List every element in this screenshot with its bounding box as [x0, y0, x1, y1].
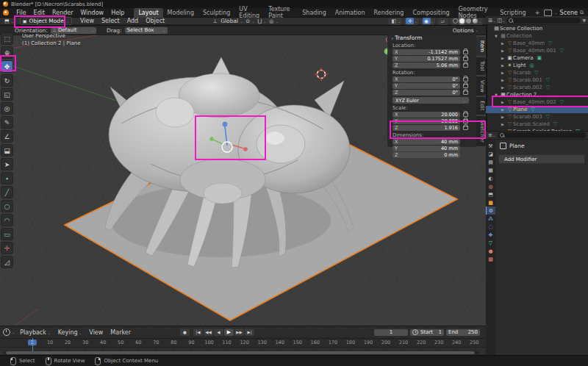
annotate-tool[interactable]: ✎ [1, 116, 13, 129]
snap-toggle[interactable]: ⋃⌄ [256, 18, 268, 24]
properties-tab-constraints[interactable]: ✥ [486, 231, 495, 239]
unlock-icon[interactable] [463, 77, 468, 82]
current-frame-field[interactable]: 1 [374, 329, 408, 336]
dimensions-x-field[interactable]: X40 mm [392, 139, 460, 145]
npanel-tab-edit[interactable]: Edit [476, 97, 486, 115]
draw-arc-tool[interactable]: ◠ [1, 214, 13, 226]
rotation-x-field[interactable]: X0° [392, 76, 460, 82]
editor-type-button[interactable]: ⬒⌄ [1, 18, 17, 24]
transform-tool[interactable]: ◎ [1, 102, 13, 115]
timeline-menu-view[interactable]: View [85, 329, 107, 336]
outliner-row-collection[interactable]: ▼▦Collection [486, 32, 588, 40]
location-z-field[interactable]: Z5.06 mm [392, 62, 460, 68]
properties-tab-particles[interactable]: ⁂ [486, 215, 495, 223]
expand-icon[interactable]: ▶ [501, 100, 506, 104]
show-gizmo-toggle[interactable]: ✛⌄ [404, 18, 418, 25]
unlock-icon[interactable] [463, 126, 468, 130]
menu-help[interactable]: Help [107, 10, 128, 16]
outliner-row-scarab-002[interactable]: ▶▽Scarab.002▽ [486, 84, 588, 91]
expand-icon[interactable]: ▶ [501, 85, 506, 90]
viewport-menu-object[interactable]: Object [142, 18, 168, 24]
pin-tool[interactable]: ✛ [1, 242, 13, 254]
scale-tool[interactable]: ◱ [1, 88, 13, 101]
frame-end-field[interactable]: End250 [446, 329, 480, 336]
mode-dropdown[interactable]: ▣ Object Mode ⌄ [20, 17, 72, 25]
rotate-tool[interactable]: ↻ [1, 74, 13, 87]
outliner-row-scarab[interactable]: ▶▽Scarab▽ [486, 69, 588, 76]
jump-to-start-button[interactable]: |◀ [193, 329, 203, 336]
properties-tab-tool[interactable]: ⚒ [486, 142, 495, 150]
rotation-z-field[interactable]: Z0° [392, 90, 460, 96]
proportional-edit-toggle[interactable]: ◎⌄ [268, 18, 279, 24]
properties-tab-scene[interactable]: ◐ [486, 174, 495, 182]
expand-icon[interactable]: ▶ [501, 78, 506, 82]
new-scene-icon[interactable]: ⧉ [580, 10, 584, 15]
expand-icon[interactable]: ▶ [501, 107, 506, 112]
unlock-icon[interactable] [463, 112, 468, 117]
properties-tab-object-data[interactable]: ▽ [486, 239, 495, 247]
rotation-mode-dropdown[interactable]: XYZ Euler⌄ [392, 97, 469, 104]
properties-tab-output[interactable]: ▤ [486, 158, 495, 166]
workspace-tab-modeling[interactable]: Modeling [163, 8, 198, 18]
menu-window[interactable]: Window [77, 10, 108, 16]
dimensions-z-field[interactable]: Z0 mm [392, 152, 460, 158]
rotation-y-field[interactable]: Y0° [392, 83, 460, 89]
unlock-icon[interactable] [463, 90, 468, 95]
move-tool[interactable]: ✥ [1, 60, 13, 73]
expand-icon[interactable]: ▶ [501, 71, 506, 75]
outliner-row-plane[interactable]: ▶▽Plane▽ [486, 106, 588, 113]
timeline-ruler[interactable]: 1102030405060708090100110120130140150160… [0, 338, 486, 347]
add-modifier-button[interactable]: Add Modifier [498, 154, 585, 164]
workspace-tab-sculpting[interactable]: Sculpting [198, 8, 234, 18]
expand-icon[interactable]: ▶ [501, 122, 506, 126]
transform-panel-header[interactable]: ∨ Transform [391, 35, 474, 41]
scene-selector[interactable]: ⌄ Scene ⧉ [544, 10, 588, 16]
timeline-scrollbar[interactable] [4, 351, 478, 354]
scrollbar-thumb[interactable] [6, 351, 475, 354]
blender-logo-icon[interactable] [3, 10, 9, 15]
properties-tab-view-layer[interactable]: ▦ [486, 166, 495, 174]
measure-tool[interactable]: ∠ [1, 130, 13, 143]
expand-icon[interactable]: ▶ [501, 49, 506, 53]
material-shading-icon[interactable] [466, 18, 471, 24]
dimensions-y-field[interactable]: Y40 mm [392, 146, 460, 151]
interactive-select-tool[interactable]: ➤ [1, 158, 13, 171]
outliner-row-light[interactable]: ▶☀Light◎ [486, 62, 588, 69]
jump-to-end-button[interactable]: ▶| [245, 329, 254, 336]
npanel-tab-sketcher[interactable]: Sketcher [476, 116, 486, 146]
next-keyframe-button[interactable]: ▶▶ [234, 329, 244, 336]
viewport-menu-view[interactable]: View [76, 18, 98, 24]
wireframe-shading-icon[interactable] [453, 18, 458, 24]
properties-tab-modifiers[interactable]: ⚙ [486, 207, 495, 215]
properties-tab-collection[interactable]: ⬒ [486, 190, 495, 198]
menu-file[interactable]: File [12, 10, 29, 16]
outliner-row-scarab-001[interactable]: ▶▽Scarab.001▽ [486, 76, 588, 84]
unlock-icon[interactable] [463, 84, 468, 88]
expand-icon[interactable]: ▶ [501, 41, 506, 46]
properties-tab-world[interactable]: ◍ [486, 182, 495, 190]
outliner-row-collection-2[interactable]: ▼▦Collection 2 [486, 91, 588, 98]
npanel-tab-item[interactable]: Item [476, 37, 486, 56]
scale-y-field[interactable]: Y20.000 [392, 118, 460, 124]
properties-tab-object[interactable]: ■ [486, 198, 495, 207]
solid-shading-icon[interactable] [459, 18, 465, 24]
properties-tab-texture[interactable]: ▩ [486, 255, 495, 263]
unlock-icon[interactable] [463, 119, 468, 123]
outliner-row-scarab-003[interactable]: ▶▽Scarab.003▽ [486, 113, 588, 121]
orientation-dropdown[interactable]: Global⌄ [219, 18, 244, 24]
rendered-shading-icon[interactable] [473, 18, 478, 24]
unlock-icon[interactable] [463, 50, 468, 54]
workspace-tab-uv-editing[interactable]: UV Editing [234, 8, 264, 18]
show-overlays-toggle[interactable]: ◉⌄ [421, 18, 435, 25]
outliner-search-input[interactable] [506, 18, 581, 24]
location-x-field[interactable]: X-1.1142 mm [392, 49, 460, 55]
xray-toggle[interactable]: ▱ [437, 18, 448, 25]
properties-editor-dropdown[interactable]: ≡⌄ [488, 132, 495, 138]
unlock-icon[interactable] [463, 57, 468, 61]
workspace-tab-compositing[interactable]: Compositing [408, 8, 453, 18]
location-y-field[interactable]: Y0.17527 mm [392, 56, 460, 62]
drag-select[interactable]: Select Box⌄ [125, 27, 168, 34]
workspace-tab-animation[interactable]: Animation [331, 8, 370, 18]
draw-line-tool[interactable]: ╱ [1, 186, 13, 198]
expand-icon[interactable]: ▶ [501, 56, 506, 60]
